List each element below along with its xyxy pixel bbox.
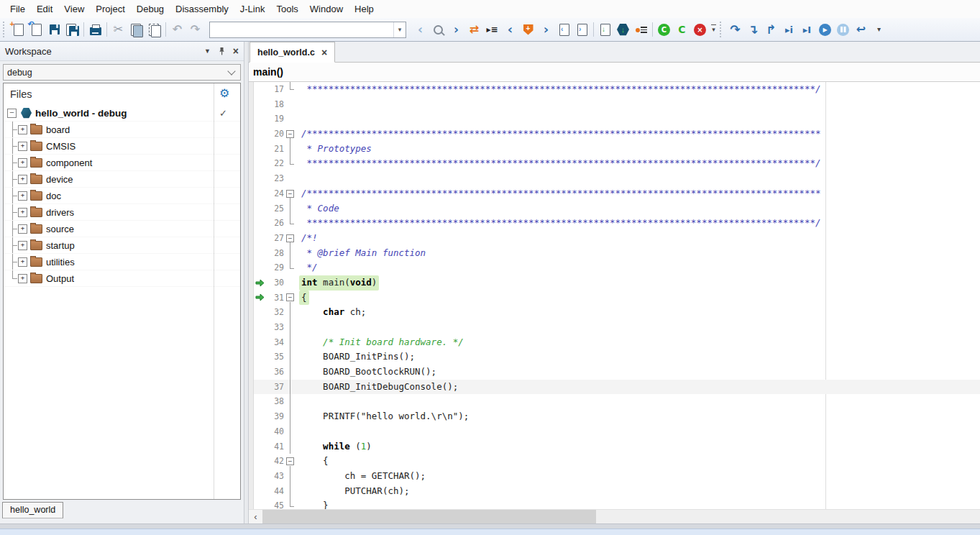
expand-icon[interactable]: + <box>18 191 27 201</box>
configuration-dropdown[interactable]: debug <box>3 64 241 81</box>
menu-file[interactable]: File <box>4 1 31 17</box>
reload-icon[interactable]: C <box>655 21 673 39</box>
breakpoint-gutter[interactable] <box>249 156 254 171</box>
line-number[interactable]: 40 <box>265 424 284 439</box>
tree-item-startup[interactable]: +startup <box>4 237 240 254</box>
line-number[interactable]: 43 <box>265 469 284 484</box>
code-text[interactable]: ****************************************… <box>297 82 820 97</box>
line-number[interactable]: 28 <box>265 246 284 261</box>
line-number[interactable]: 24 <box>265 186 284 201</box>
open-file-icon[interactable]: ↶ <box>27 21 45 39</box>
code-text[interactable]: ****************************************… <box>297 216 820 231</box>
code-text[interactable] <box>297 320 301 335</box>
toggle-breakpoint-icon[interactable]: + <box>519 21 537 39</box>
code-line-26[interactable]: 26 *************************************… <box>249 216 980 231</box>
goto-icon[interactable]: ▸≡ <box>483 21 501 39</box>
breakpoint-gutter[interactable] <box>249 439 254 454</box>
breakpoint-gutter[interactable] <box>249 380 254 395</box>
expand-icon[interactable]: + <box>18 224 27 234</box>
line-number[interactable]: 23 <box>265 171 284 186</box>
breakpoint-gutter[interactable] <box>249 335 254 350</box>
tab-hello-world-c[interactable]: hello_world.c × <box>249 42 335 63</box>
fold-marker[interactable] <box>284 231 297 246</box>
code-text[interactable]: * Prototypes <box>297 142 372 157</box>
scrollbar-thumb[interactable] <box>262 510 596 523</box>
paste-icon[interactable] <box>145 21 163 39</box>
window-menu-icon[interactable]: ▼ <box>204 47 211 55</box>
breakpoint-gutter[interactable] <box>249 111 254 127</box>
code-line-38[interactable]: 38 <box>249 394 980 409</box>
line-number[interactable]: 30 <box>265 275 284 291</box>
tree-item-source[interactable]: +source <box>4 221 240 237</box>
code-text[interactable] <box>297 171 301 186</box>
breakpoint-gutter[interactable] <box>249 349 254 365</box>
expand-icon[interactable]: + <box>18 142 27 151</box>
code-text[interactable]: /*! <box>297 231 318 246</box>
fold-marker[interactable] <box>284 454 297 469</box>
line-number[interactable]: 32 <box>265 305 284 320</box>
tree-item-utilities[interactable]: +utilities <box>4 254 240 270</box>
code-text[interactable] <box>297 424 301 439</box>
menu-disassembly[interactable]: Disassembly <box>170 1 234 17</box>
breakpoint-gutter[interactable] <box>249 275 254 291</box>
stop-icon[interactable]: × <box>691 21 709 39</box>
code-line-39[interactable]: 39 PRINTF("hello world.\r\n"); <box>249 409 980 424</box>
code-text[interactable]: PRINTF("hello world.\r\n"); <box>297 409 469 424</box>
line-number[interactable]: 20 <box>265 127 284 142</box>
code-text[interactable]: { <box>297 291 309 306</box>
function-context-bar[interactable]: main() <box>249 63 980 82</box>
download-file-icon[interactable]: ↓ <box>596 21 614 39</box>
breakpoint-gutter[interactable] <box>249 409 254 424</box>
workspace-tab-hello-world[interactable]: hello_world <box>2 502 63 518</box>
breakpoint-gutter[interactable] <box>249 365 254 380</box>
code-line-28[interactable]: 28 * @brief Main function <box>249 246 980 261</box>
menu-j-link[interactable]: J-Link <box>234 1 271 17</box>
line-number[interactable]: 39 <box>265 409 284 424</box>
previous-document-icon[interactable]: ‹ <box>555 21 573 39</box>
code-line-35[interactable]: 35 BOARD_InitPins(); <box>249 349 980 365</box>
breakpoint-gutter[interactable] <box>249 171 254 186</box>
search-combobox[interactable]: ▾ <box>209 22 406 38</box>
code-line-30[interactable]: 30int main(void) <box>249 275 980 291</box>
breakpoint-gutter[interactable] <box>249 201 254 216</box>
code-line-24[interactable]: 24/*************************************… <box>249 186 980 201</box>
scroll-left-button[interactable]: ‹ <box>249 510 262 523</box>
code-text[interactable]: BOARD_InitPins(); <box>297 349 415 365</box>
search-icon[interactable] <box>429 21 447 39</box>
redo-icon[interactable]: ↷ <box>186 21 204 39</box>
save-icon[interactable] <box>45 21 63 39</box>
line-number[interactable]: 19 <box>265 111 284 127</box>
expand-icon[interactable]: + <box>18 175 27 184</box>
menu-window[interactable]: Window <box>304 1 349 17</box>
line-number[interactable]: 44 <box>265 484 284 499</box>
undo-icon[interactable]: ↶ <box>168 21 186 39</box>
code-text[interactable]: */ <box>297 260 318 275</box>
line-number[interactable]: 45 <box>265 498 284 509</box>
code-text[interactable]: * @brief Main function <box>297 246 426 261</box>
copy-icon[interactable] <box>127 21 145 39</box>
line-number[interactable]: 29 <box>265 260 284 275</box>
line-number[interactable]: 31 <box>265 291 284 306</box>
search-prev-icon[interactable]: ‹ <box>411 21 429 39</box>
step-over-icon[interactable]: ↷ <box>726 21 744 39</box>
last-location-icon[interactable]: ⇄ <box>465 21 483 39</box>
breakpoint-gutter[interactable] <box>249 82 254 97</box>
code-line-27[interactable]: 27/*! <box>249 231 980 246</box>
breakpoint-gutter[interactable] <box>249 394 254 409</box>
breakpoint-gutter[interactable] <box>249 320 254 335</box>
menu-view[interactable]: View <box>58 1 90 17</box>
save-all-icon[interactable] <box>63 21 81 39</box>
breakpoint-gutter[interactable] <box>249 484 254 499</box>
line-number[interactable]: 34 <box>265 335 284 350</box>
line-number[interactable]: 42 <box>265 454 284 469</box>
expand-icon[interactable]: + <box>18 158 27 168</box>
code-text[interactable]: { <box>297 454 329 469</box>
code-line-20[interactable]: 20/*************************************… <box>249 127 980 142</box>
breakpoint-gutter[interactable] <box>249 127 254 142</box>
fold-marker[interactable] <box>284 291 297 306</box>
breakpoint-gutter[interactable] <box>249 142 254 157</box>
refresh-icon[interactable]: C <box>673 21 691 39</box>
line-number[interactable]: 25 <box>265 201 284 216</box>
line-number[interactable]: 22 <box>265 156 284 171</box>
code-line-33[interactable]: 33 <box>249 320 980 335</box>
